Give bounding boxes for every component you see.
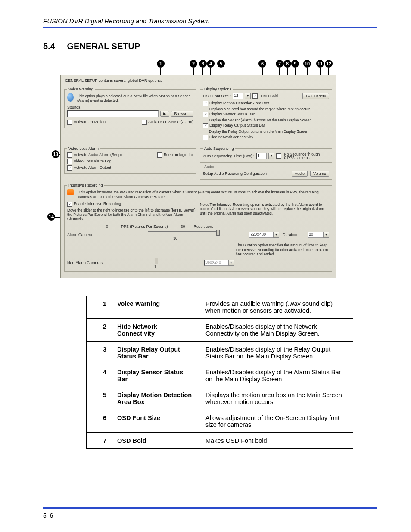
auto-seq-dropdown[interactable]: ▾	[268, 153, 274, 159]
audio-legend: Audio	[203, 165, 215, 169]
figure-area: 1 2 3 4 5 6 7 8 9 10 11 12 13	[43, 60, 377, 278]
callout-row: 1 2 3 4 5 6 7 8 9 10 11 12	[43, 60, 377, 72]
tvout-button[interactable]: TV Out setu	[302, 93, 329, 99]
relay-bar-label: Display Relay Output Status Bar	[209, 124, 265, 128]
enable-intensive-label: Enable Intensive Recording	[74, 202, 121, 206]
activate-motion-label: Activate on Motion	[74, 120, 106, 124]
intensive-desc: This option increases the PPS and resolu…	[78, 190, 329, 199]
vl-login-check[interactable]	[157, 152, 162, 158]
relay-bar-check[interactable]	[203, 123, 208, 128]
section-number: 5.4	[43, 41, 65, 51]
alarm-res-input[interactable]: 720X480	[249, 232, 273, 238]
auto-seq-legend: Auto Sequencing	[203, 146, 235, 151]
row-desc: Makes OSD Font bold.	[200, 432, 353, 448]
osd-font-input[interactable]: 12	[233, 93, 243, 99]
slider-hint: Move the slider to the right to increase…	[67, 208, 196, 221]
callout-9: 9	[291, 60, 299, 68]
non-alarm-label: Non-Alarm Cameras :	[67, 261, 106, 265]
res-label: Resolution:	[194, 224, 213, 229]
vl-audio-check[interactable]	[67, 152, 72, 158]
callout-1: 1	[157, 60, 165, 68]
row-term: Display Motion Detection Area Box	[112, 387, 200, 410]
auto-seq-label: Auto Sequencing Time (Sec) :	[203, 154, 255, 158]
activate-motion-check[interactable]	[67, 120, 72, 125]
duration-input[interactable]: 20	[308, 232, 323, 238]
motion-box-check[interactable]	[203, 101, 208, 106]
auto-seq-input[interactable]: 3	[256, 153, 267, 159]
vl-log-check[interactable]	[67, 159, 72, 164]
enable-intensive-check[interactable]	[67, 202, 72, 207]
video-loss-legend: Video Loss Alarm	[67, 146, 100, 151]
dialog-intro: GENERAL SETUP contains several global DV…	[65, 78, 332, 83]
table-row: 1Voice WarningProvides an audible warnin…	[87, 296, 353, 318]
sound-path-input[interactable]	[67, 110, 159, 117]
motion-box-label: Display Motion Detection Area Box	[209, 101, 269, 105]
non-alarm-slider[interactable]	[153, 260, 175, 264]
play-button[interactable]: ▶	[160, 111, 169, 117]
no-seq-check[interactable]	[276, 153, 281, 159]
activate-sensor-label: Activate on Sensor(Alarm)	[148, 120, 193, 124]
display-options-group: Display Options OSD Font Size : 12▾ OSD …	[200, 87, 332, 143]
row-term: Hide Network Connectivity	[112, 318, 200, 341]
row-num: 5	[87, 387, 112, 410]
row-desc: Enables/Disables display of the Network …	[200, 318, 353, 341]
row-term: OSD Bold	[112, 432, 200, 448]
general-setup-dialog: GENERAL SETUP contains several global DV…	[60, 75, 336, 278]
sounds-label: Sounds:	[67, 105, 193, 109]
volume-button[interactable]: Volume	[310, 171, 329, 177]
sensor-bar-check[interactable]	[203, 112, 208, 117]
vl-login-label: Beep on login fail	[164, 152, 193, 157]
callout-8: 8	[283, 60, 291, 68]
footer-rule	[43, 507, 377, 509]
callout-13: 13	[52, 150, 59, 158]
osd-bold-check[interactable]	[252, 93, 258, 99]
auto-seq-group: Auto Sequencing Auto Sequencing Time (Se…	[200, 146, 332, 163]
hide-net-check[interactable]	[203, 135, 208, 140]
alarm-cam-label: Alarm Camera :	[67, 233, 102, 237]
alarm-slider[interactable]	[148, 231, 220, 236]
activate-sensor-check[interactable]	[142, 120, 147, 125]
vl-audio-label: Activate Audio Alarm (Beep)	[74, 152, 122, 157]
description-table: 1Voice WarningProvides an audible warnin…	[86, 296, 353, 449]
callout-7: 7	[276, 60, 283, 68]
non-res-dd: ▾	[228, 260, 234, 266]
video-loss-group: Video Loss Alarm Activate Audio Alarm (B…	[64, 146, 196, 174]
osd-bold-label: OSD Bold	[261, 94, 278, 98]
pps-30: 30	[181, 224, 185, 229]
page-footer: 5–6	[43, 507, 377, 519]
voice-warning-desc: This option plays a selected audio .WAV …	[77, 94, 193, 103]
audio-group: Audio Setup Audio Recording Configuratio…	[200, 165, 332, 180]
no-seq-l2: 0 PPS cameras	[284, 156, 310, 160]
row-desc: Enables/Disables display of the Alarm St…	[200, 364, 353, 387]
osd-font-dropdown[interactable]: ▾	[245, 93, 251, 99]
table-row: 2Hide Network ConnectivityEnables/Disabl…	[87, 318, 353, 341]
sensor-bar-desc: Display the Sensor (Alarm) buttons on th…	[209, 118, 329, 122]
chip-icon	[67, 189, 74, 195]
non-res-input: 360X240	[204, 260, 228, 266]
table-row: 3Display Relay Output Status BarEnables/…	[87, 341, 353, 364]
intensive-note: Note: The Intensive Recording option is …	[200, 202, 329, 216]
section-heading: 5.4 GENERAL SETUP	[43, 41, 377, 51]
table-row: 6OSD Font SizeAllows adjustment of the O…	[87, 410, 353, 432]
osd-font-label: OSD Font Size :	[203, 94, 231, 98]
row-term: Display Relay Output Status Bar	[112, 341, 200, 364]
browse-button[interactable]: Browse...	[171, 111, 193, 117]
table-row: 5Display Motion Detection Area BoxDispla…	[87, 387, 353, 410]
callout-10: 10	[303, 60, 311, 68]
row-term: Voice Warning	[112, 296, 200, 318]
hide-net-label: Hide network connectivity	[209, 135, 253, 139]
row-num: 3	[87, 341, 112, 364]
page-number: 5–6	[43, 512, 377, 519]
alarm-res-dd[interactable]: ▾	[273, 232, 279, 238]
audio-button[interactable]: Audio	[292, 171, 308, 177]
non-val: 1	[109, 264, 201, 269]
alarm-val: 30	[105, 236, 246, 240]
row-desc: Provides an audible warning (.wav sound …	[200, 296, 353, 318]
row-desc: Displays the motion area box on the Main…	[200, 387, 353, 410]
callout-11: 11	[316, 60, 324, 68]
globe-icon	[67, 93, 74, 102]
callout-4: 4	[207, 60, 215, 68]
duration-dd[interactable]: ▾	[323, 232, 329, 238]
vl-output-check[interactable]	[67, 165, 72, 171]
callout-14: 14	[47, 213, 55, 221]
